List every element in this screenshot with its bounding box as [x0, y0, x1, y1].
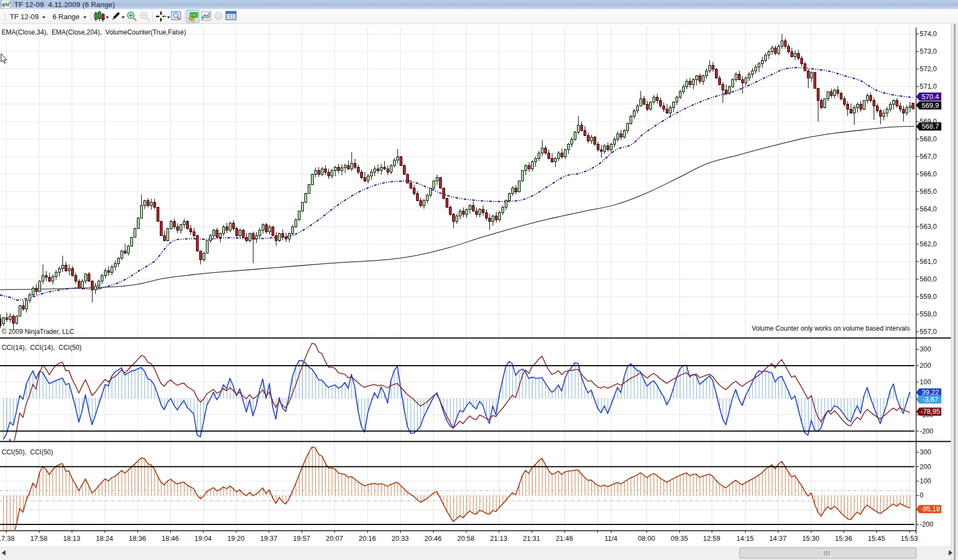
svg-text:100: 100 [920, 477, 931, 485]
svg-text:19:20: 19:20 [227, 535, 244, 542]
svg-text:18:24: 18:24 [96, 535, 113, 542]
svg-text:564,0: 564,0 [920, 205, 937, 213]
svg-text:20:58: 20:58 [457, 535, 474, 542]
svg-text:15:30: 15:30 [802, 535, 819, 542]
svg-text:562,0: 562,0 [920, 240, 937, 248]
svg-text:12:59: 12:59 [703, 535, 720, 542]
svg-text:-200: -200 [920, 521, 933, 528]
svg-text:09:35: 09:35 [671, 535, 688, 542]
svg-text:557,0: 557,0 [920, 328, 937, 336]
svg-text:300: 300 [920, 448, 931, 456]
svg-text:15:45: 15:45 [868, 535, 885, 542]
svg-text:21:31: 21:31 [523, 535, 540, 542]
svg-text:18:36: 18:36 [129, 535, 146, 542]
svg-text:EMA(Close,34), EMA(Close,204): EMA(Close,34), EMA(Close,204), VolumeCou… [2, 28, 186, 36]
svg-text:-200: -200 [920, 428, 933, 435]
svg-text:20:33: 20:33 [391, 535, 408, 542]
svg-text:568,0: 568,0 [920, 135, 937, 143]
svg-text:570.4: 570.4 [922, 93, 939, 101]
svg-text:574,0: 574,0 [920, 30, 937, 38]
svg-text:20:07: 20:07 [326, 535, 343, 542]
svg-text:100: 100 [920, 378, 931, 386]
svg-text:571,0: 571,0 [920, 83, 937, 90]
svg-text:CCI(50), CCI(50): CCI(50), CCI(50) [2, 448, 53, 456]
svg-text:18:46: 18:46 [161, 535, 178, 542]
svg-text:21:46: 21:46 [556, 535, 573, 542]
svg-text:572,0: 572,0 [920, 65, 937, 73]
svg-text:567,0: 567,0 [920, 153, 937, 160]
svg-text:0: 0 [920, 492, 924, 499]
svg-text:18:13: 18:13 [63, 535, 80, 542]
svg-text:568.7: 568.7 [922, 123, 939, 130]
svg-text:20:16: 20:16 [359, 535, 376, 542]
svg-text:15:53: 15:53 [901, 535, 917, 542]
svg-text:20:46: 20:46 [424, 535, 441, 542]
svg-text:17:38: 17:38 [0, 535, 15, 542]
svg-text:200: 200 [920, 463, 931, 471]
svg-text:561,0: 561,0 [920, 258, 937, 265]
svg-text:17:58: 17:58 [30, 535, 47, 542]
svg-text:19:04: 19:04 [194, 535, 211, 542]
svg-text:-3,67: -3,67 [922, 396, 938, 403]
svg-text:559,0: 559,0 [920, 293, 937, 301]
svg-text:08:00: 08:00 [638, 535, 655, 542]
svg-text:19:57: 19:57 [293, 535, 310, 542]
svg-text:14:37: 14:37 [769, 535, 786, 542]
svg-text:560,0: 560,0 [920, 275, 937, 283]
svg-text:-95,18: -95,18 [921, 505, 940, 513]
svg-text:15:36: 15:36 [835, 535, 852, 542]
svg-text:-78,95: -78,95 [921, 408, 940, 415]
svg-text:573,0: 573,0 [920, 48, 937, 55]
svg-text:14:15: 14:15 [736, 535, 753, 542]
svg-text:558,0: 558,0 [920, 310, 937, 318]
svg-text:300: 300 [920, 345, 931, 353]
svg-text:565,0: 565,0 [920, 188, 937, 195]
svg-text:© 2009 NinjaTrader, LLC: © 2009 NinjaTrader, LLC [2, 328, 74, 336]
svg-text:563,0: 563,0 [920, 223, 937, 230]
svg-text:CCI(14), CCI(14), CCI(50): CCI(14), CCI(14), CCI(50) [2, 344, 82, 351]
svg-text:21:13: 21:13 [490, 535, 507, 542]
svg-text:19:37: 19:37 [260, 535, 277, 542]
svg-text:11/4: 11/4 [604, 535, 617, 542]
svg-text:200: 200 [920, 362, 931, 370]
svg-text:566,0: 566,0 [920, 170, 937, 178]
svg-text:Volume Counter only works on v: Volume Counter only works on volume base… [752, 325, 910, 332]
svg-text:569,9: 569,9 [922, 102, 939, 109]
